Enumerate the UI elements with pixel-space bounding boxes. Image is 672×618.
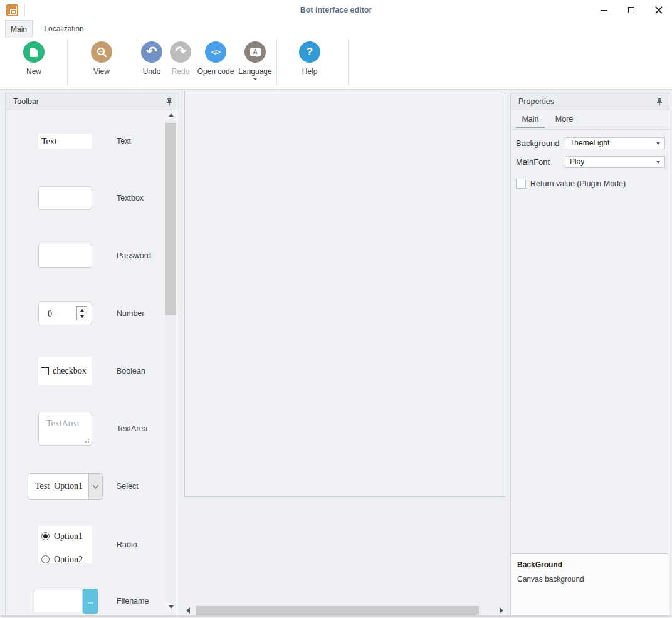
browse-button[interactable]: ... bbox=[83, 589, 98, 614]
select-preview[interactable]: Test_Option1 bbox=[28, 473, 103, 500]
number-preview[interactable]: 0 bbox=[38, 301, 92, 325]
ribbon-tab-row: Main Localization bbox=[0, 20, 672, 38]
language-dropdown-caret bbox=[253, 78, 258, 83]
toolbar-item-label: Select bbox=[117, 482, 139, 491]
checkbox-label: Return value (Plugin Mode) bbox=[530, 179, 626, 188]
app-window: Bot interface editor Main Localization N… bbox=[0, 0, 672, 618]
toolbar-item-boolean: checkbox Boolean bbox=[6, 357, 164, 385]
redo-arrow-icon: ↷ bbox=[170, 41, 191, 63]
language-button[interactable]: A Language bbox=[233, 41, 278, 83]
properties-panel: Properties Main More Background ThemeLig… bbox=[510, 93, 669, 616]
textbox-preview[interactable] bbox=[38, 186, 92, 210]
close-button[interactable] bbox=[649, 1, 668, 19]
close-icon bbox=[655, 6, 663, 14]
toolbar-item-label: Text bbox=[117, 137, 131, 145]
combo-arrow-icon bbox=[656, 161, 660, 165]
select-dropdown-button[interactable] bbox=[88, 474, 102, 499]
password-preview[interactable] bbox=[38, 244, 92, 268]
textarea-preview[interactable]: TextArea bbox=[38, 412, 92, 446]
scrollbar-thumb[interactable] bbox=[196, 606, 479, 615]
toolbar-panel: Toolbar Text Text bbox=[5, 93, 179, 616]
filename-input-preview[interactable] bbox=[34, 590, 83, 612]
toolbar-item-textarea: TextArea TextArea bbox=[6, 412, 164, 446]
tab-localization[interactable]: Localization bbox=[38, 20, 90, 38]
background-select[interactable]: ThemeLight bbox=[565, 137, 665, 149]
toolbar-item-filename: ... Filename bbox=[6, 589, 164, 614]
property-row-background: Background ThemeLight bbox=[516, 137, 665, 149]
number-spinner[interactable] bbox=[76, 306, 87, 320]
properties-panel-title: Properties bbox=[518, 97, 554, 106]
toolbar-panel-title: Toolbar bbox=[13, 97, 39, 106]
scrollbar-thumb[interactable] bbox=[165, 123, 176, 315]
property-row-mainfont: MainFont Play bbox=[516, 156, 665, 168]
code-icon: </> bbox=[205, 41, 226, 63]
ribbon-toolbar: New View ↶ Undo ↷ Redo </> Open code bbox=[0, 38, 672, 90]
toolbar-item-label: Password bbox=[117, 251, 151, 260]
maximize-icon bbox=[628, 7, 634, 13]
property-description-box: BackGround Canvas background bbox=[510, 553, 669, 616]
spin-down-icon[interactable] bbox=[77, 313, 87, 320]
ribbon-group-separator bbox=[67, 39, 68, 87]
toolbar-item-number: 0 Number bbox=[6, 301, 164, 325]
properties-panel-body: Main More Background ThemeLight MainFont… bbox=[511, 110, 669, 615]
toolbar-item-select: Test_Option1 Select bbox=[6, 473, 164, 500]
help-icon: ? bbox=[299, 41, 320, 63]
toolbar-item-label: TextArea bbox=[117, 424, 147, 433]
scroll-down-icon[interactable] bbox=[165, 602, 176, 612]
combo-arrow-icon bbox=[656, 142, 660, 147]
text-preview[interactable]: Text bbox=[38, 134, 92, 149]
toolbar-item-label: Textbox bbox=[117, 194, 144, 202]
description-title: BackGround bbox=[517, 560, 663, 569]
properties-tab-main[interactable]: Main bbox=[516, 110, 545, 128]
toolbar-item-label: Radio bbox=[117, 540, 137, 549]
scroll-up-icon[interactable] bbox=[165, 110, 176, 120]
spin-up-icon[interactable] bbox=[77, 307, 87, 313]
chevron-down-icon bbox=[93, 482, 99, 488]
toolbar-item-label: Boolean bbox=[117, 367, 145, 375]
new-document-icon bbox=[23, 41, 45, 63]
minimize-icon bbox=[601, 10, 607, 11]
main-area: Toolbar Text Text bbox=[0, 90, 672, 618]
mainfont-select[interactable]: Play bbox=[565, 156, 665, 168]
window-controls bbox=[594, 1, 668, 19]
maximize-button[interactable] bbox=[622, 1, 641, 19]
zoom-magnifier-icon bbox=[91, 41, 112, 63]
boolean-preview[interactable]: checkbox bbox=[38, 357, 92, 385]
scroll-right-icon[interactable] bbox=[498, 606, 505, 615]
return-value-checkbox-row: Return value (Plugin Mode) bbox=[516, 178, 626, 189]
toolbar-vertical-scrollbar[interactable] bbox=[165, 110, 176, 615]
minimize-button[interactable] bbox=[594, 1, 613, 19]
resize-grip-icon bbox=[88, 441, 89, 443]
return-value-checkbox[interactable] bbox=[516, 179, 526, 189]
tab-main[interactable]: Main bbox=[5, 20, 33, 38]
radio-preview[interactable]: Option1 Option2 bbox=[38, 526, 92, 563]
toolbar-item-password: Password bbox=[6, 244, 164, 268]
radio-unselected-icon bbox=[41, 555, 50, 563]
description-text: Canvas background bbox=[517, 575, 663, 584]
toolbar-item-textbox: Textbox bbox=[6, 186, 164, 210]
radio-selected-icon bbox=[41, 532, 50, 540]
view-button[interactable]: View bbox=[80, 41, 123, 76]
toolbar-item-label: Filename bbox=[117, 597, 149, 605]
help-button[interactable]: ? Help bbox=[288, 41, 332, 76]
toolbar-item-label: Number bbox=[117, 309, 144, 318]
canvas-horizontal-scrollbar[interactable] bbox=[184, 605, 505, 616]
property-label: Background bbox=[516, 137, 559, 149]
design-canvas[interactable] bbox=[184, 92, 505, 497]
undo-arrow-icon: ↶ bbox=[141, 41, 162, 63]
window-title: Bot interface editor bbox=[0, 0, 672, 20]
checkbox-icon bbox=[41, 367, 49, 375]
toolbar-item-radio: Option1 Option2 Radio bbox=[6, 526, 164, 563]
translate-icon: A bbox=[244, 41, 266, 63]
scroll-left-icon[interactable] bbox=[184, 606, 192, 615]
property-label: MainFont bbox=[516, 156, 550, 168]
pin-icon[interactable] bbox=[655, 98, 664, 107]
properties-tab-more[interactable]: More bbox=[550, 110, 579, 128]
toolbar-item-text: Text Text bbox=[6, 134, 164, 149]
new-button[interactable]: New bbox=[12, 41, 56, 76]
pin-icon[interactable] bbox=[165, 98, 174, 107]
toolbar-panel-body: Text Text Textbox Password 0 bbox=[6, 110, 179, 615]
titlebar: Bot interface editor bbox=[0, 0, 672, 20]
ribbon-group-separator bbox=[348, 39, 349, 87]
